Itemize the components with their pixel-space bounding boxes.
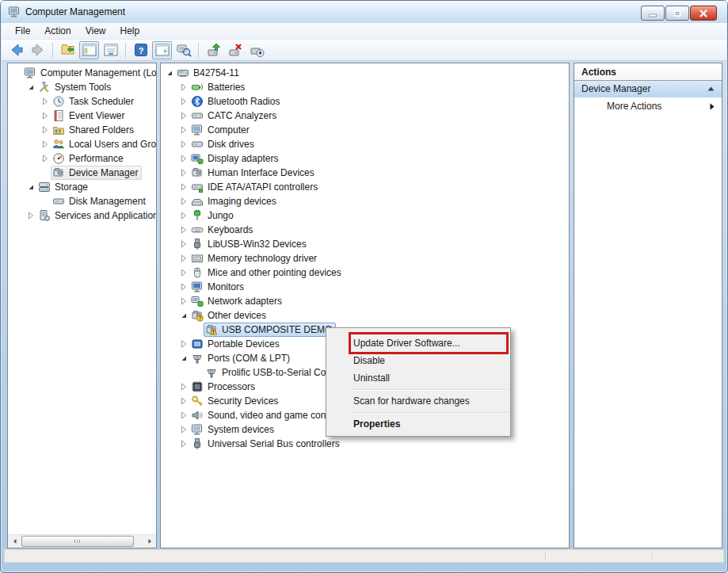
expander-collapsed-icon[interactable]	[178, 297, 189, 305]
context-menu-item-disable[interactable]: Disable	[326, 352, 510, 369]
expander-collapsed-icon[interactable]	[178, 226, 189, 234]
tree-item-network-adapters[interactable]: Network adapters	[161, 294, 569, 308]
expander-expanded-icon[interactable]	[178, 311, 189, 319]
expander-collapsed-icon[interactable]	[40, 97, 51, 105]
expander-collapsed-icon[interactable]	[178, 397, 189, 405]
tree-item-mice-and-other-pointing-devices[interactable]: Mice and other pointing devices	[161, 265, 569, 280]
expander-collapsed-icon[interactable]	[178, 240, 189, 248]
expander-collapsed-icon[interactable]	[25, 212, 36, 220]
expander-collapsed-icon[interactable]	[178, 340, 189, 348]
tree-item-disk-management[interactable]: Disk Management	[8, 194, 156, 208]
tree-item-jungo[interactable]: Jungo	[161, 208, 569, 223]
tree-item-other-devices[interactable]: ? Other devices	[161, 308, 569, 323]
tree-item-shared-folders[interactable]: Shared Folders	[8, 123, 156, 137]
tree-item-ide-ata-atapi-controllers[interactable]: IDE ATA/ATAPI controllers	[161, 180, 569, 194]
expander-collapsed-icon[interactable]	[40, 140, 51, 148]
expander-collapsed-icon[interactable]	[178, 197, 189, 205]
tree-item-computer-management-local[interactable]: Computer Management (Local	[8, 66, 156, 80]
tree-item-storage[interactable]: Storage	[8, 180, 156, 194]
tree-item-device-manager[interactable]: Device Manager	[8, 166, 156, 180]
tree-item-bluetooth-radios[interactable]: Bluetooth Radios	[161, 94, 569, 109]
title-bar[interactable]: Computer Management	[1, 1, 727, 23]
scrollbar-track[interactable]	[134, 535, 143, 548]
expander-collapsed-icon[interactable]	[178, 140, 189, 148]
tree-item-imaging-devices[interactable]: Imaging devices	[161, 194, 569, 208]
tree-item-computer[interactable]: Computer	[161, 123, 569, 137]
toolbar-disable-device-button[interactable]	[246, 41, 266, 59]
expander-collapsed-icon[interactable]	[178, 269, 189, 277]
expander-expanded-icon[interactable]	[25, 183, 36, 191]
expander-expanded-icon[interactable]	[25, 83, 36, 91]
tree-item-disk-drives[interactable]: Disk drives	[161, 137, 569, 151]
tree-item-catc-analyzers[interactable]: CATC Analyzers	[161, 109, 569, 123]
context-menu-item-properties[interactable]: Properties	[326, 415, 510, 433]
toolbar-properties-window-button[interactable]	[101, 41, 120, 59]
expander-collapsed-icon[interactable]	[178, 183, 189, 191]
tree-item-keyboards[interactable]: Keyboards	[161, 223, 569, 237]
toolbar-back-button[interactable]	[6, 41, 26, 59]
toolbar-export-folder-button[interactable]	[58, 41, 78, 59]
tree-item-human-interface-devices[interactable]: Human Interface Devices	[161, 166, 569, 180]
item-label: System Tools	[55, 82, 112, 93]
minimize-button[interactable]	[641, 6, 665, 21]
tree-item-batteries[interactable]: Batteries	[161, 80, 569, 94]
context-menu-item-update-driver-software[interactable]: Update Driver Software...	[326, 334, 510, 352]
restore-button[interactable]	[665, 6, 689, 21]
toolbar-uninstall-device-button[interactable]	[225, 41, 245, 59]
toolbar-forward-button[interactable]	[28, 41, 48, 59]
tree-item-task-scheduler[interactable]: Task Scheduler	[8, 94, 156, 109]
item-label: LibUSB-Win32 Devices	[208, 239, 307, 250]
expander-collapsed-icon[interactable]	[40, 126, 51, 134]
tree-item-monitors[interactable]: Monitors	[161, 280, 569, 294]
scroll-right-button[interactable]	[143, 535, 156, 548]
expander-collapsed-icon[interactable]	[178, 212, 189, 220]
toolbar-action-pane-toggle-button[interactable]	[152, 41, 172, 59]
expander-collapsed-icon[interactable]	[178, 83, 189, 91]
menu-file[interactable]: File	[8, 23, 37, 39]
menu-action[interactable]: Action	[37, 23, 78, 39]
usb-controllers-icon	[191, 437, 204, 450]
expander-collapsed-icon[interactable]	[178, 283, 189, 291]
close-button[interactable]	[690, 6, 717, 21]
expander-collapsed-icon[interactable]	[40, 155, 51, 162]
toolbar-scan-hardware-button[interactable]	[173, 41, 193, 59]
menu-help[interactable]: Help	[113, 23, 147, 39]
tree-item-services-and-applications[interactable]: Services and Applications	[8, 208, 156, 223]
tree-item-performance[interactable]: Performance	[8, 151, 156, 166]
tree-item-memory-technology-driver[interactable]: Memory technology driver	[161, 251, 569, 265]
horizontal-scrollbar[interactable]	[8, 534, 156, 548]
expander-collapsed-icon[interactable]	[178, 383, 189, 391]
expander-collapsed-icon[interactable]	[178, 426, 189, 434]
tree-item-b42754-11[interactable]: B42754-11	[161, 66, 569, 80]
chevron-up-icon[interactable]	[707, 86, 715, 91]
expander-collapsed-icon[interactable]	[178, 97, 189, 105]
more-actions-item[interactable]: More Actions	[574, 97, 722, 115]
tree-item-event-viewer[interactable]: Event Viewer	[8, 109, 156, 123]
tree-item-local-users-and-groups[interactable]: Local Users and Groups	[8, 137, 156, 151]
scrollbar-thumb[interactable]	[21, 536, 134, 547]
menu-view[interactable]: View	[78, 23, 113, 39]
actions-group-device-manager[interactable]: Device Manager	[574, 81, 722, 97]
expander-collapsed-icon[interactable]	[178, 155, 189, 162]
tree-item-system-tools[interactable]: System Tools	[8, 80, 156, 94]
expander-collapsed-icon[interactable]	[178, 169, 189, 177]
expander-collapsed-icon[interactable]	[178, 126, 189, 134]
expander-collapsed-icon[interactable]	[178, 254, 189, 262]
forward-icon	[30, 42, 46, 58]
expander-collapsed-icon[interactable]	[178, 411, 189, 419]
expander-expanded-icon[interactable]	[164, 69, 175, 77]
toolbar-update-driver-button[interactable]	[204, 41, 223, 59]
scroll-left-button[interactable]	[8, 535, 21, 548]
context-menu-item-scan-for-hardware-changes[interactable]: Scan for hardware changes	[326, 392, 510, 410]
expander-collapsed-icon[interactable]	[178, 440, 189, 448]
toolbar-help-button[interactable]: ?	[131, 41, 151, 59]
expander-expanded-icon[interactable]	[178, 354, 189, 362]
expander-collapsed-icon[interactable]	[178, 112, 189, 120]
tree-item-libusb-win32-devices[interactable]: LibUSB-Win32 Devices	[161, 237, 569, 251]
tree-item-universal-serial-bus-controllers[interactable]: Universal Serial Bus controllers	[161, 437, 569, 451]
expander-collapsed-icon[interactable]	[40, 112, 51, 120]
toolbar-console-tree-toggle-button[interactable]	[79, 41, 99, 59]
tree-item-display-adapters[interactable]: Display adapters	[161, 151, 569, 166]
context-menu-item-uninstall[interactable]: Uninstall	[326, 369, 510, 387]
restore-icon	[673, 9, 682, 18]
